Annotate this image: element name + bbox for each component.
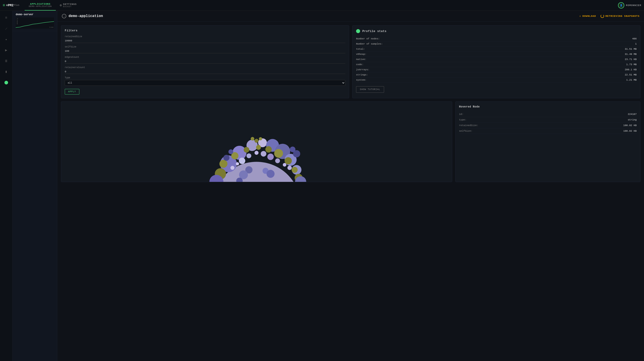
hovered-key-retained: retainedSize: (459, 124, 478, 127)
filter-retainers-count-input[interactable] (65, 70, 345, 74)
username: ROMONNIER (626, 4, 641, 7)
stat-row-native: native: 23.71 KB (356, 57, 636, 62)
tab-settings-sub: BUCKET (63, 5, 77, 8)
stat-key-code: code: (356, 63, 364, 66)
tab-applications[interactable]: APPLICATIONS DEMO-APPLICATION (25, 0, 56, 10)
stat-val-strings: 22.51 MB (625, 73, 636, 76)
apply-button[interactable]: APPLY (65, 89, 79, 94)
stat-key-system: system: (356, 79, 366, 81)
visualization-panel (61, 101, 452, 182)
sidebar-item-list[interactable]: ≣ (2, 56, 11, 65)
hovered-val-retained: 100.02 KB (624, 124, 636, 127)
stat-val-jsarrays: 280.1 KB (625, 68, 636, 71)
sidebar-item-chart[interactable]: ⟋ (2, 24, 11, 33)
server-name: demo-server (16, 13, 54, 16)
svg-point-39 (259, 137, 262, 140)
page-header: ○ demo-application ⬇ DOWNLOAD RETRIEVING… (57, 11, 644, 22)
top-panels: Filters retainedSize selfSize edgesCount (61, 25, 640, 98)
topnav: ≡ ≡PM2 Plus APPLICATIONS DEMO-APPLICATIO… (0, 0, 644, 11)
stat-val-system: 1.21 MB (626, 79, 636, 81)
svg-point-16 (284, 157, 292, 164)
filter-edges-count-input[interactable] (65, 59, 345, 64)
hovered-val-id: 224107 (628, 113, 636, 116)
stat-val-native: 23.71 KB (625, 58, 636, 61)
sidebar-item-dot[interactable]: ⬤ (2, 78, 11, 87)
svg-point-42 (228, 149, 233, 154)
header-actions: ⬇ DOWNLOAD RETRIEVING SNAPSHOTS (580, 14, 640, 18)
hovered-node-panel: Hovered Node id: 224107 type: string ret… (455, 101, 641, 182)
settings-icon: ⚙ (60, 3, 62, 7)
stat-key-strings: strings: (356, 73, 368, 76)
retrieving-label: RETRIEVING SNAPSHOTS (606, 15, 640, 17)
svg-point-38 (254, 139, 258, 143)
filter-retained-size-input[interactable] (65, 39, 345, 43)
svg-point-25 (254, 151, 258, 155)
svg-point-28 (275, 158, 280, 163)
sidebar-item-play[interactable]: ▶ (2, 46, 11, 55)
svg-point-12 (244, 147, 249, 152)
filter-self-size: selfSize (65, 46, 345, 53)
tab-settings-label: SETTINGS (63, 3, 77, 5)
stat-key-nodes: Number of nodes: (356, 37, 380, 40)
hovered-title: Hovered Node (459, 105, 637, 108)
svg-point-37 (267, 170, 275, 178)
nav-tabs: APPLICATIONS DEMO-APPLICATION ⚙ SETTINGS… (25, 0, 81, 10)
stat-key-native: native: (356, 58, 366, 61)
stat-val-v8heap: 31.49 MB (625, 53, 636, 55)
stat-key-total: total: (356, 48, 365, 50)
bubble-chart (61, 102, 452, 182)
sidebar-item-menu[interactable]: ≡ (2, 13, 11, 22)
tab-settings[interactable]: ⚙ SETTINGS BUCKET (56, 0, 81, 10)
filters-panel: Filters retainedSize selfSize edgesCount (61, 25, 349, 98)
main-layout: ≡ ⟋ ✦ ▶ ≣ ▮ ⬤ demo-server memory time ○ … (0, 11, 644, 361)
sidebar: ≡ ⟋ ✦ ▶ ≣ ▮ ⬤ (0, 11, 12, 361)
stat-key-v8heap: v8heap: (356, 53, 366, 55)
svg-point-26 (261, 151, 266, 157)
svg-point-44 (290, 146, 295, 152)
stat-row-strings: strings: 22.51 MB (356, 72, 636, 77)
logo-plus: Plus (14, 4, 19, 6)
show-tutorial-button[interactable]: SHOW TUTORIAL (356, 86, 384, 93)
svg-point-27 (267, 154, 274, 160)
svg-point-40 (251, 137, 254, 141)
loading-spinner (600, 14, 604, 18)
stat-val-samples: 1 (635, 42, 636, 45)
download-label: DOWNLOAD (582, 15, 596, 17)
hovered-val-type: string (628, 118, 636, 121)
server-item[interactable]: demo-server memory time (12, 11, 57, 31)
stat-row-code: code: 1.73 MB (356, 62, 636, 67)
svg-point-32 (288, 166, 292, 170)
type-select[interactable]: all string object array function (65, 80, 345, 86)
hovered-row-self: selfSize: 100.02 KB (459, 128, 637, 134)
download-button[interactable]: ⬇ DOWNLOAD (580, 15, 596, 18)
svg-point-41 (224, 155, 230, 161)
svg-point-29 (230, 166, 234, 170)
svg-point-15 (274, 149, 283, 158)
svg-point-24 (246, 153, 251, 158)
filter-edges-count: edgesCount (65, 56, 345, 64)
svg-point-17 (292, 167, 298, 173)
content-area: ○ demo-application ⬇ DOWNLOAD RETRIEVING… (57, 11, 644, 361)
stat-key-jsarrays: jsArrays: (356, 68, 369, 71)
filter-retainers-count: retainersCount (65, 66, 345, 74)
nav-right: 👤 ROMONNIER (618, 2, 641, 8)
stat-row-jsarrays: jsArrays: 280.1 KB (356, 67, 636, 72)
sidebar-item-bar[interactable]: ▮ (2, 67, 11, 76)
filter-self-size-input[interactable] (65, 49, 345, 53)
stat-row-total: total: 31.51 MB (356, 46, 636, 52)
page-title: demo-application (68, 14, 103, 18)
hovered-key-id: id: (459, 113, 464, 116)
hovered-row-type: type: string (459, 117, 637, 123)
hovered-val-self: 100.02 KB (624, 130, 636, 132)
filter-retained-size-label: retainedSize (65, 35, 345, 38)
stat-row-nodes: Number of nodes: 486 (356, 36, 636, 41)
hovered-row-id: id: 224107 (459, 111, 637, 117)
type-label: Type (65, 77, 345, 79)
server-list: demo-server memory time (12, 11, 57, 361)
filter-retainers-count-label: retainersCount (65, 66, 345, 69)
sidebar-item-modules[interactable]: ✦ (2, 35, 11, 44)
tab-applications-sub: DEMO-APPLICATION (29, 5, 52, 7)
hovered-key-type: type: (459, 118, 466, 121)
stats-title: Profile stats (362, 29, 386, 33)
type-select-row: Type all string object array function (65, 77, 345, 86)
